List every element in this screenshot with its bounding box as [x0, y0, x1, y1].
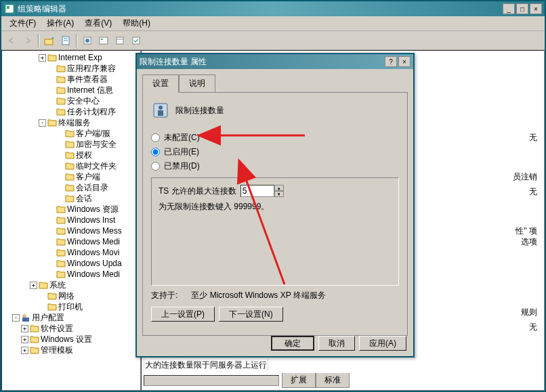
menu-view[interactable]: 查看(V): [79, 16, 117, 30]
tab-settings[interactable]: 设置: [142, 74, 179, 93]
svg-point-16: [159, 106, 163, 110]
tree-item[interactable]: +管理模板: [3, 345, 139, 355]
bottom-tabs: 扩展 标准: [144, 373, 350, 388]
tree-item[interactable]: 应用程序兼容: [3, 63, 139, 74]
back-button[interactable]: [4, 33, 19, 48]
tool-icon-2[interactable]: [96, 33, 111, 48]
tree-item[interactable]: 事件查看器: [3, 74, 139, 85]
close-button[interactable]: ×: [530, 3, 542, 14]
tree-toggle[interactable]: -: [12, 314, 20, 322]
tree-toggle[interactable]: +: [21, 325, 28, 332]
tool-icon-1[interactable]: [80, 33, 95, 48]
tree-label: Internet 信息: [67, 85, 113, 96]
forward-button[interactable]: [20, 33, 35, 48]
tree-item[interactable]: +软件设置: [3, 323, 139, 334]
tree-item[interactable]: -用户配置: [3, 312, 139, 323]
spin-down[interactable]: ▼: [274, 191, 284, 197]
tree-item[interactable]: -终端服务: [3, 117, 139, 128]
tree-item[interactable]: 打印机: [3, 301, 139, 312]
tree-item[interactable]: +Internet Exp: [3, 52, 139, 63]
ok-button[interactable]: 确定: [271, 336, 314, 351]
tree-label: 任务计划程序: [67, 106, 116, 118]
tree-item[interactable]: Windows Upda: [3, 258, 139, 269]
radio-label-not-configured: 未配置(C): [164, 132, 200, 144]
detail-text: 无: [529, 322, 537, 333]
tree-item[interactable]: +Windows 设置: [3, 334, 139, 345]
svg-rect-9: [101, 39, 103, 40]
dialog-tab-strip: 设置 说明: [142, 74, 408, 92]
tree-toggle[interactable]: -: [39, 119, 46, 127]
tree-item[interactable]: Windows Medi: [3, 269, 139, 280]
tree-toggle[interactable]: +: [39, 54, 46, 62]
radio-label-enabled: 已启用(E): [164, 146, 199, 158]
menu-action[interactable]: 操作(A): [41, 16, 79, 30]
max-conn-input[interactable]: [240, 185, 274, 197]
minimize-button[interactable]: _: [503, 3, 515, 14]
tree-item[interactable]: 加密与安全: [3, 139, 139, 150]
tree-label: 终端服务: [58, 117, 91, 129]
tree-label: 系统: [49, 280, 66, 291]
radio-not-configured[interactable]: [151, 133, 160, 142]
tool-icon-4[interactable]: [129, 33, 144, 48]
tree-item[interactable]: 授权: [3, 150, 139, 160]
spin-up[interactable]: ▲: [274, 185, 284, 191]
tree-item[interactable]: Windows Inst: [3, 215, 139, 225]
tree-item[interactable]: 安全中心: [3, 95, 139, 106]
main-title: 组策略编辑器: [18, 3, 503, 15]
tree-item[interactable]: Windows Movi: [3, 247, 139, 258]
tree-label: Windows Mess: [67, 226, 122, 236]
tool-icon-3[interactable]: [112, 33, 127, 48]
dialog-close-button[interactable]: ×: [398, 56, 411, 67]
tab-standard[interactable]: 标准: [316, 373, 350, 388]
maximize-button[interactable]: □: [516, 3, 528, 14]
svg-rect-2: [45, 39, 53, 45]
prev-setting-button[interactable]: 上一设置(P): [151, 307, 215, 322]
tree-item[interactable]: 客户端: [3, 171, 139, 182]
radio-group: 未配置(C) 已启用(E) 已禁用(D): [151, 132, 399, 172]
tree-item[interactable]: 会话目录: [3, 182, 139, 193]
tree-label: 安全中心: [67, 95, 100, 107]
tree-toggle[interactable]: +: [21, 336, 28, 343]
radio-enabled[interactable]: [151, 148, 160, 156]
tree-pane[interactable]: +Internet Exp应用程序兼容事件查看器Internet 信息安全中心任…: [1, 50, 141, 391]
next-setting-button[interactable]: 下一设置(N): [219, 307, 283, 322]
tree-item[interactable]: Windows Mess: [3, 225, 139, 236]
svg-rect-14: [22, 318, 29, 322]
apply-button[interactable]: 应用(A): [359, 336, 406, 351]
tree-label: Windows Medi: [67, 269, 120, 279]
up-button[interactable]: [42, 33, 57, 48]
tree-item[interactable]: 会话: [3, 193, 139, 204]
tree-label: Internet Exp: [58, 53, 102, 62]
tree-label: 客户端/服: [76, 128, 110, 139]
tree-label: 打印机: [58, 301, 83, 313]
tree-item[interactable]: 任务计划程序: [3, 106, 139, 117]
menu-file[interactable]: 文件(F): [4, 16, 41, 30]
tree-label: 应用程序兼容: [67, 63, 116, 74]
radio-disabled[interactable]: [151, 162, 160, 171]
tree-item[interactable]: +系统: [3, 280, 139, 290]
tree-item[interactable]: 网络: [3, 290, 139, 301]
dialog-help-button[interactable]: ?: [385, 56, 397, 67]
tree-item[interactable]: Windows Medi: [3, 236, 139, 247]
bottom-scrollbar[interactable]: [144, 375, 279, 386]
menu-help[interactable]: 帮助(H): [117, 16, 156, 30]
svg-rect-1: [7, 6, 9, 9]
properties-button[interactable]: [58, 33, 73, 48]
tree-toggle[interactable]: +: [30, 282, 37, 289]
tree-item[interactable]: Windows 资源: [3, 204, 139, 215]
tree-item[interactable]: 客户端/服: [3, 128, 139, 139]
tree-item[interactable]: Internet 信息: [3, 85, 139, 95]
tree-label: 临时文件夹: [76, 160, 117, 172]
setting-name: 限制连接数量: [175, 105, 224, 116]
setting-icon: [151, 101, 170, 120]
radio-label-disabled: 已禁用(D): [164, 160, 200, 172]
svg-rect-10: [117, 37, 123, 44]
detail-text: 无: [529, 132, 537, 144]
cancel-button[interactable]: 取消: [318, 336, 355, 351]
max-conn-label: TS 允许的最大连接数: [159, 186, 236, 197]
tab-extended[interactable]: 扩展: [282, 373, 316, 388]
tree-toggle[interactable]: +: [21, 347, 28, 354]
tree-item[interactable]: 临时文件夹: [3, 160, 139, 171]
spinner[interactable]: ▲ ▼: [274, 185, 284, 197]
tab-explain[interactable]: 说明: [179, 74, 215, 92]
